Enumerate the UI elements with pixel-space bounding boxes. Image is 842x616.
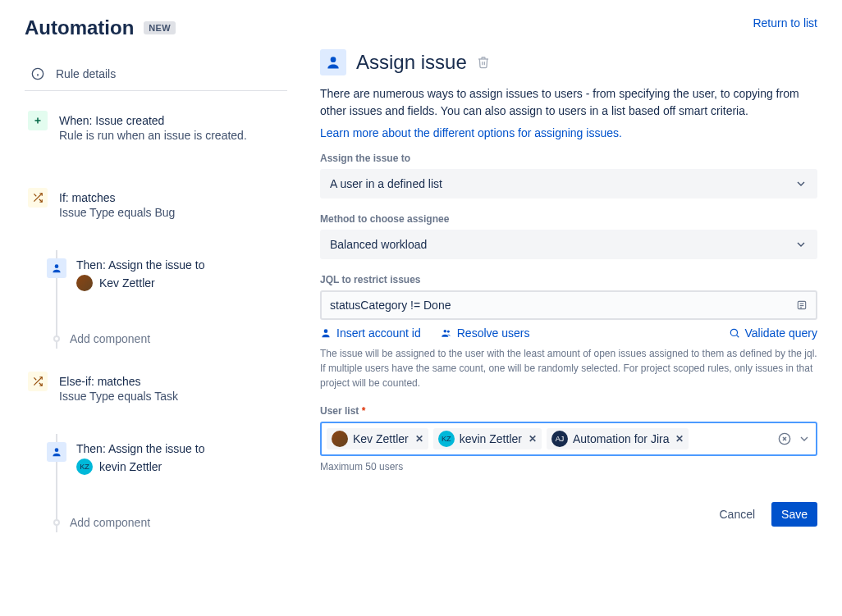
step-title: Then: Assign the issue to <box>76 258 204 271</box>
new-badge: NEW <box>144 21 176 34</box>
panel-description: There are numerous ways to assign issues… <box>320 85 817 120</box>
validate-query-link[interactable]: Validate query <box>729 326 817 340</box>
svg-point-12 <box>55 448 59 452</box>
assignee-name: kevin Zettler <box>99 460 162 473</box>
syntax-help-icon[interactable] <box>796 299 808 311</box>
add-component-link[interactable]: Add component <box>47 506 287 532</box>
chip-label: kevin Zettler <box>460 432 522 445</box>
chip-label: Automation for Jira <box>573 432 670 445</box>
clear-all-icon[interactable] <box>778 432 791 445</box>
rule-step-if[interactable]: If: matches Issue Type equals Bug <box>25 188 287 235</box>
svg-point-19 <box>443 330 446 333</box>
svg-line-22 <box>736 335 739 338</box>
step-title: Then: Assign the issue to <box>76 442 204 455</box>
jql-input[interactable]: statusCategory != Done <box>320 290 817 320</box>
delete-icon[interactable] <box>477 56 490 69</box>
branch-icon <box>28 188 48 208</box>
insert-account-id-link[interactable]: Insert account id <box>320 326 421 340</box>
person-icon <box>47 258 66 278</box>
svg-line-7 <box>34 194 36 196</box>
method-select[interactable]: Balanced workload <box>320 230 817 259</box>
svg-line-11 <box>34 377 36 380</box>
avatar <box>76 275 93 291</box>
avatar: AJ <box>551 431 568 447</box>
rule-details-row[interactable]: Rule details <box>25 57 287 91</box>
user-chip: AJ Automation for Jira ✕ <box>547 428 689 449</box>
info-icon <box>31 67 44 80</box>
add-component-label: Add component <box>70 332 150 345</box>
svg-point-18 <box>324 329 328 333</box>
svg-point-20 <box>447 331 450 333</box>
chevron-down-icon <box>794 177 808 190</box>
person-icon <box>320 327 332 339</box>
user-chip: KZ kevin Zettler ✕ <box>433 428 542 449</box>
avatar: KZ <box>76 459 93 475</box>
cancel-button[interactable]: Cancel <box>709 502 765 527</box>
svg-point-21 <box>730 329 737 335</box>
step-subtitle: Rule is run when an issue is created. <box>59 129 247 142</box>
add-circle-icon <box>53 335 60 342</box>
step-title: If: matches <box>59 191 175 204</box>
avatar <box>332 431 348 447</box>
learn-more-link[interactable]: Learn more about the different options f… <box>320 126 622 139</box>
svg-point-8 <box>55 264 59 268</box>
step-subtitle: Issue Type equals Task <box>59 390 178 403</box>
resolve-users-link[interactable]: Resolve users <box>441 326 530 340</box>
chevron-down-icon <box>794 238 808 251</box>
link-label: Validate query <box>745 326 817 340</box>
method-label: Method to choose assignee <box>320 213 817 225</box>
chevron-down-icon[interactable] <box>798 432 811 445</box>
max-users-text: Maximum 50 users <box>320 461 817 472</box>
rule-details-label: Rule details <box>56 67 116 80</box>
step-title: When: Issue created <box>59 114 247 127</box>
step-subtitle: Issue Type equals Bug <box>59 206 175 219</box>
assign-to-label: Assign the issue to <box>320 153 817 164</box>
assignee-name: Kev Zettler <box>99 276 155 290</box>
branch-icon <box>28 372 48 391</box>
page-title: Automation <box>25 16 134 39</box>
jql-label: JQL to restrict issues <box>320 274 817 285</box>
return-to-list-link[interactable]: Return to list <box>753 16 817 30</box>
step-title: Else-if: matches <box>59 375 178 388</box>
jql-help-text: The issue will be assigned to the user w… <box>320 346 817 390</box>
user-list-label: User list * <box>320 405 817 417</box>
avatar: KZ <box>438 431 455 447</box>
select-value: A user in a defined list <box>330 177 442 190</box>
rule-step-elseif[interactable]: Else-if: matches Issue Type equals Task <box>25 372 287 419</box>
save-button[interactable]: Save <box>771 502 817 527</box>
user-list-input[interactable]: Kev Zettler ✕ KZ kevin Zettler ✕ AJ Auto… <box>320 422 817 456</box>
add-component-link[interactable]: Add component <box>47 322 287 349</box>
link-label: Resolve users <box>457 326 530 340</box>
panel-title: Assign issue <box>356 51 467 74</box>
search-icon <box>729 327 740 339</box>
assign-to-select[interactable]: A user in a defined list <box>320 169 817 198</box>
person-icon <box>47 442 66 462</box>
users-icon <box>441 327 452 339</box>
add-circle-icon <box>53 519 60 526</box>
assign-issue-icon <box>320 49 346 75</box>
rule-step-when[interactable]: When: Issue created Rule is run when an … <box>25 111 287 158</box>
rule-step-then-assign[interactable]: Then: Assign the issue to KZ kevin Zettl… <box>47 434 287 483</box>
remove-chip-icon[interactable]: ✕ <box>675 433 684 445</box>
add-component-label: Add component <box>70 516 150 529</box>
remove-chip-icon[interactable]: ✕ <box>529 433 537 445</box>
link-label: Insert account id <box>336 326 421 340</box>
user-chip: Kev Zettler ✕ <box>327 428 428 449</box>
plus-icon <box>28 111 48 130</box>
remove-chip-icon[interactable]: ✕ <box>415 433 423 445</box>
select-value: Balanced workload <box>330 238 427 251</box>
chip-label: Kev Zettler <box>353 432 409 445</box>
svg-point-13 <box>331 57 336 62</box>
rule-step-then-assign[interactable]: Then: Assign the issue to Kev Zettler <box>47 250 287 299</box>
jql-value: statusCategory != Done <box>330 299 451 312</box>
